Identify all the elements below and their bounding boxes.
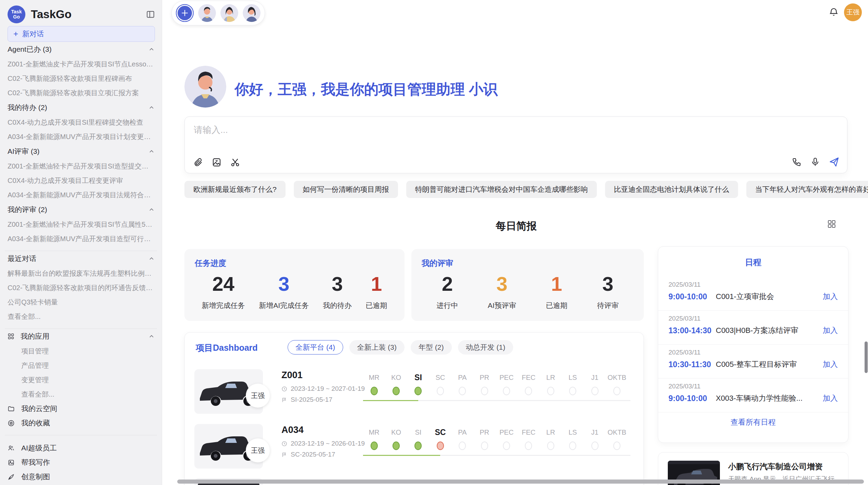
sidebar-view-all-link[interactable]: 查看全部... bbox=[8, 387, 155, 401]
schedule-name: C005-整车工程目标评审 bbox=[716, 359, 819, 370]
schedule-item: 2025/03/119:00-10:00C001-立项审批会加入 bbox=[658, 277, 848, 311]
schedule-time: 10:30-11:30 bbox=[668, 360, 716, 369]
join-link[interactable]: 加入 bbox=[823, 291, 838, 302]
image-icon[interactable] bbox=[212, 157, 222, 167]
sidebar-section-header[interactable]: 最近对话 bbox=[8, 251, 155, 266]
schedule-item: 2025/03/1110:30-11:30C005-整车工程目标评审加入 bbox=[658, 345, 848, 378]
schedule-name: C003|H0B-方案冻结评审 bbox=[716, 325, 819, 336]
sidebar-section-header[interactable]: 我的评审 (2) bbox=[8, 202, 155, 217]
milestone-node bbox=[503, 387, 510, 395]
milestone-label: MR bbox=[369, 371, 379, 384]
sidebar-view-all-link[interactable]: 查看全部... bbox=[8, 309, 155, 324]
project-row[interactable]: 王强 A034 2023-12-19 ~ 2026-01-19 SC-2025-… bbox=[185, 416, 644, 471]
sidebar-item[interactable]: 公司Q3轻卡销量 bbox=[8, 295, 155, 309]
sidebar-item[interactable]: Z001-全新燃油皮卡产品开发项目SI节点Lesson Learn报告 bbox=[8, 57, 155, 71]
sidebar-item[interactable]: A034-全新新能源MUV产品开发项目造型可行性评审 bbox=[8, 232, 155, 246]
sidebar-item[interactable]: 解释最新出台的欧盟报废车法规再生塑料比例被调至15%... bbox=[8, 266, 155, 281]
milestone-node bbox=[613, 387, 620, 395]
milestone-label: SC bbox=[435, 426, 446, 438]
sidebar-item-creative-drawing[interactable]: 创意制图 bbox=[8, 470, 155, 484]
news-title: 小鹏飞行汽车制造公司增资 bbox=[728, 461, 823, 472]
milestone-label: LS bbox=[568, 426, 577, 438]
suggestion-chip[interactable]: 比亚迪全固态电池计划具体说了什么 bbox=[605, 181, 738, 198]
owner-name: 王强 bbox=[251, 446, 265, 455]
sidebar-item-help-writing[interactable]: 帮我写作 bbox=[8, 455, 155, 470]
layout-grid-icon[interactable] bbox=[827, 219, 836, 229]
milestone: PA bbox=[451, 426, 473, 458]
scissors-icon[interactable] bbox=[230, 157, 240, 167]
sidebar-item-my-apps[interactable]: 我的应用 bbox=[8, 329, 155, 344]
section-label: 我的待办 (2) bbox=[8, 103, 148, 112]
horizontal-scrollbar[interactable] bbox=[177, 480, 864, 484]
milestone-node bbox=[393, 387, 400, 395]
milestone-label: SI bbox=[414, 371, 422, 384]
schedule-date: 2025/03/11 bbox=[668, 281, 838, 288]
date-range: 2023-12-19 ~ 2026-01-19 bbox=[291, 440, 365, 447]
schedule-time: 13:00-14:30 bbox=[668, 326, 716, 335]
timeline-track bbox=[418, 400, 630, 401]
sidebar-item[interactable]: C02-飞腾新能源轻客改款项目里程碑画布 bbox=[8, 71, 155, 86]
sidebar-app-item[interactable]: 变更管理 bbox=[8, 373, 155, 387]
dashboard-tab[interactable]: 年型 (2) bbox=[411, 340, 452, 355]
section-label: AI评审 (3) bbox=[8, 147, 148, 156]
dashboard-tab[interactable]: 全新上装 (3) bbox=[349, 340, 405, 355]
sidebar-collapse-icon[interactable] bbox=[146, 10, 155, 19]
new-chat-button[interactable]: + 新对话 bbox=[8, 26, 155, 42]
dashboard-title: 项目Dashboard bbox=[196, 342, 258, 353]
microphone-icon[interactable] bbox=[810, 157, 820, 167]
join-link[interactable]: 加入 bbox=[823, 325, 838, 336]
join-link[interactable]: 加入 bbox=[823, 393, 838, 403]
logo-text-bottom: Go bbox=[13, 14, 20, 20]
sidebar-item[interactable]: C02-飞腾新能源轻客改款项目的闭环通告反馈情况 bbox=[8, 281, 155, 295]
milestone-label: PR bbox=[480, 426, 489, 438]
stat-item: 3我的待办 bbox=[323, 273, 352, 310]
project-row[interactable]: 王强 Z001 2023-12-19 ~ 2027-01-19 SI-2025-… bbox=[185, 362, 644, 416]
sidebar-item-ai-staff[interactable]: AI超级员工 bbox=[8, 441, 155, 455]
join-link[interactable]: 加入 bbox=[823, 359, 838, 370]
agent-avatar[interactable] bbox=[220, 4, 238, 22]
milestone-label: KO bbox=[391, 426, 401, 438]
sidebar-item[interactable]: Z001-全新燃油轻卡产品开发项目SI节点属性5D文件评审 bbox=[8, 217, 155, 232]
sidebar-item[interactable]: A034-全新新能源MUV产品开发项目计划变更表编写 bbox=[8, 129, 155, 144]
timeline-track bbox=[440, 455, 630, 456]
sidebar-item[interactable]: C02-飞腾新能源轻客改款项目立项汇报方案 bbox=[8, 86, 155, 100]
notification-bell-icon[interactable] bbox=[829, 7, 839, 17]
sidebar-item[interactable]: A034-全新新能源MUV产品开发项目法规符合性评审 bbox=[8, 188, 155, 202]
my-review-card: 我的评审 2进行中3AI预评审1已逾期3待评审 bbox=[411, 249, 644, 321]
suggestion-chip[interactable]: 当下年轻人对汽车外观有怎样的喜好趋势 bbox=[746, 181, 868, 198]
agent-avatar[interactable] bbox=[198, 4, 216, 22]
phone-icon[interactable] bbox=[792, 157, 802, 167]
plus-icon: + bbox=[13, 29, 18, 39]
suggestion-chip[interactable]: 欧洲新规最近颁布了什么? bbox=[184, 181, 286, 198]
milestone: SI bbox=[407, 426, 429, 458]
user-avatar[interactable]: 王强 bbox=[844, 3, 862, 21]
sidebar-item[interactable]: Z001-全新燃油轻卡产品开发项目SI造型提交物评审 bbox=[8, 159, 155, 173]
sidebar-item-favorites[interactable]: 我的收藏 bbox=[8, 416, 155, 430]
suggestion-chip[interactable]: 如何写一份清晰的项目周报 bbox=[294, 181, 398, 198]
sidebar-item[interactable]: C0X4-动力总成开发项目SI里程碑提交物检查 bbox=[8, 115, 155, 129]
sidebar-app-item[interactable]: 产品管理 bbox=[8, 358, 155, 373]
sidebar-item[interactable]: C0X4-动力总成开发项目工程变更评审 bbox=[8, 173, 155, 188]
send-icon[interactable] bbox=[829, 157, 840, 167]
attachment-icon[interactable] bbox=[193, 157, 203, 167]
sidebar-section-header[interactable]: 我的待办 (2) bbox=[8, 100, 155, 115]
sidebar-section-header[interactable]: AI评审 (3) bbox=[8, 144, 155, 159]
dashboard-tab[interactable]: 动总开发 (1) bbox=[458, 340, 514, 355]
sidebar-app-item[interactable]: 项目管理 bbox=[8, 344, 155, 358]
milestone-node bbox=[437, 387, 444, 395]
project-owner-badge: 王强 bbox=[246, 438, 270, 462]
sidebar-section-header[interactable]: Agent已办 (3) bbox=[8, 42, 155, 57]
milestone-label: MR bbox=[369, 426, 379, 438]
vertical-scrollbar[interactable] bbox=[865, 341, 868, 373]
chat-input[interactable] bbox=[193, 124, 777, 136]
stat-item: 2进行中 bbox=[436, 273, 458, 310]
schedule-list: 2025/03/119:00-10:00C001-立项审批会加入2025/03/… bbox=[658, 277, 848, 412]
add-agent-button[interactable] bbox=[176, 4, 194, 22]
dashboard-tab[interactable]: 全新平台 (4) bbox=[288, 340, 343, 355]
sidebar-item-cloud-space[interactable]: 我的云空间 bbox=[8, 401, 155, 416]
view-all-schedule-link[interactable]: 查看所有日程 bbox=[658, 417, 848, 427]
suggestion-chip[interactable]: 特朗普可能对进口汽车增税会对中国车企造成哪些影响 bbox=[406, 181, 597, 198]
project-owner-badge: 王强 bbox=[246, 384, 270, 408]
milestone-label: SI bbox=[415, 426, 422, 438]
agent-avatar[interactable] bbox=[243, 4, 261, 22]
